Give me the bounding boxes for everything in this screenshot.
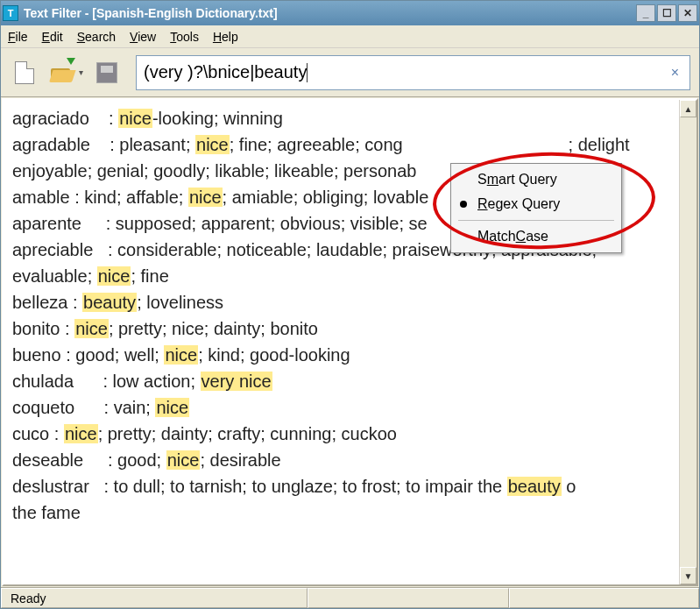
menu-separator <box>458 220 614 221</box>
highlight: nice <box>195 135 230 154</box>
highlight: nice <box>118 109 152 128</box>
highlight: nice <box>164 345 198 365</box>
highlight: beauty <box>507 477 562 496</box>
save-icon <box>96 62 117 83</box>
result-line[interactable]: chulada : low action; very nice <box>12 368 670 394</box>
window-title: Text Filter - [Spanish-English Dictionar… <box>24 6 636 20</box>
highlight: nice <box>166 450 201 470</box>
result-line[interactable]: belleza : beauty; loveliness <box>12 289 670 315</box>
search-input[interactable]: (very )?\bnice|beauty <box>144 62 668 83</box>
result-line[interactable]: deslustrar : to dull; to tarnish; to ung… <box>12 473 670 499</box>
result-line[interactable]: cuco : nice; pretty; dainty; crafty; cun… <box>12 421 670 447</box>
vertical-scrollbar[interactable]: ▲ ▼ <box>679 100 696 584</box>
result-line[interactable]: agraciado : nice-looking; winning <box>12 105 670 131</box>
search-field-wrap: (very )?\bnice|beauty × <box>136 55 690 90</box>
window-controls: _ ☐ ✕ <box>636 4 697 22</box>
maximize-button[interactable]: ☐ <box>657 4 676 22</box>
result-line[interactable]: deseable : good; nice; desirable <box>12 447 670 473</box>
result-line[interactable]: agradable : pleasant; nice; fine; agreea… <box>12 131 670 158</box>
open-button[interactable] <box>46 58 76 88</box>
highlight: nice <box>188 188 223 207</box>
menu-file[interactable]: File <box>8 30 28 44</box>
status-ready: Ready <box>1 588 308 608</box>
highlight: nice <box>64 424 98 443</box>
new-document-icon <box>15 61 34 84</box>
menu-tools[interactable]: Tools <box>170 30 199 44</box>
app-icon: T <box>3 5 18 21</box>
menu-help[interactable]: Help <box>213 30 238 44</box>
menu-view[interactable]: View <box>130 30 156 44</box>
titlebar[interactable]: T Text Filter - [Spanish-English Diction… <box>1 1 699 25</box>
result-line[interactable]: bonito : nice; pretty; nice; dainty; bon… <box>12 315 670 342</box>
toolbar: ▾ (very )?\bnice|beauty × <box>1 48 699 97</box>
highlight: nice <box>155 398 189 417</box>
scroll-down-button[interactable]: ▼ <box>680 567 696 584</box>
menu-search[interactable]: Search <box>77 30 116 44</box>
highlight: nice <box>74 319 109 338</box>
scroll-up-button[interactable]: ▲ <box>680 100 696 117</box>
highlight: beauty <box>82 293 137 312</box>
result-line[interactable]: bueno : good; well; nice; kind; good-loo… <box>12 342 670 368</box>
menu-smart-query[interactable]: Smart Query <box>453 167 619 192</box>
selected-bullet-icon <box>460 201 467 208</box>
scroll-track[interactable] <box>680 117 696 567</box>
app-window: T Text Filter - [Spanish-English Diction… <box>0 0 700 609</box>
menu-edit[interactable]: Edit <box>42 30 63 44</box>
result-line[interactable]: the fame <box>12 499 670 526</box>
status-cell-3 <box>509 588 699 608</box>
result-line[interactable]: evaluable; nice; fine <box>12 263 670 289</box>
search-context-menu: Smart Query Regex Query Match Case <box>450 163 622 253</box>
menu-regex-query[interactable]: Regex Query <box>453 192 619 216</box>
highlight: nice <box>97 266 131 286</box>
minimize-button[interactable]: _ <box>636 4 655 22</box>
statusbar: Ready <box>1 587 699 608</box>
result-line[interactable]: coqueto : vain; nice <box>12 394 670 421</box>
open-folder-icon <box>49 63 74 82</box>
open-dropdown-button[interactable]: ▾ <box>76 58 85 88</box>
highlight: very nice <box>201 372 272 391</box>
open-button-group: ▾ <box>46 58 85 88</box>
clear-search-button[interactable]: × <box>668 61 682 84</box>
save-button[interactable] <box>92 58 122 88</box>
new-document-button[interactable] <box>10 58 39 88</box>
menubar: File Edit Search View Tools Help <box>1 25 699 48</box>
menu-match-case[interactable]: Match Case <box>453 224 619 249</box>
close-button[interactable]: ✕ <box>678 4 697 22</box>
status-cell-2 <box>308 588 509 608</box>
